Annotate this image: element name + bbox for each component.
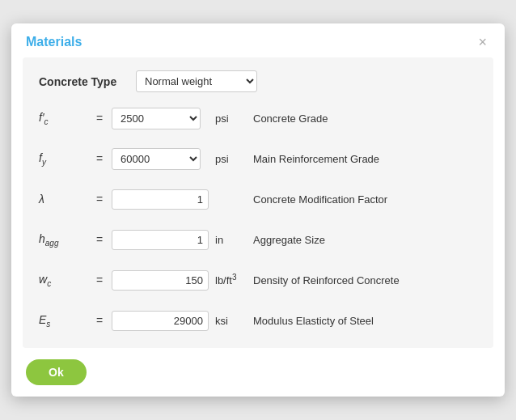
wc-unit: lb/ft3: [209, 273, 253, 286]
lambda-input[interactable]: [112, 189, 209, 210]
fy-description: Main Reinforcement Grade: [253, 153, 477, 165]
hagg-input[interactable]: [112, 230, 209, 250]
fy-label: fy: [39, 151, 87, 167]
dialog-footer: Ok: [11, 348, 505, 397]
hagg-description: Aggregate Size: [253, 234, 477, 246]
dialog-header: Materials ×: [11, 23, 505, 57]
es-label: Es: [39, 313, 87, 329]
hagg-eq: =: [87, 233, 112, 246]
hagg-row: hagg = in Aggregate Size: [39, 225, 477, 254]
hagg-input-col: [112, 230, 209, 250]
wc-label: wc: [39, 273, 87, 288]
wc-input-col: [112, 270, 209, 291]
wc-description: Density of Reinforced Concrete: [253, 274, 477, 286]
hagg-unit: in: [209, 234, 253, 246]
lambda-row: λ = Concrete Modification Factor: [39, 185, 477, 214]
wc-input[interactable]: [112, 270, 209, 291]
hagg-label: hagg: [39, 232, 87, 248]
lambda-input-col: [112, 189, 209, 210]
fc-eq: =: [87, 112, 112, 125]
es-unit: ksi: [209, 315, 253, 327]
lambda-label: λ: [39, 193, 87, 206]
lambda-description: Concrete Modification Factor: [253, 193, 477, 206]
fy-select[interactable]: 40000 60000 75000: [112, 148, 201, 170]
fy-unit: psi: [209, 153, 253, 165]
fc-input-col: 2500 3000 4000 5000 6000: [112, 108, 209, 129]
es-description: Modulus Elasticty of Steel: [253, 315, 477, 327]
fc-description: Concrete Grade: [253, 112, 477, 125]
es-row: Es = ksi Modulus Elasticty of Steel: [39, 306, 477, 335]
materials-dialog: Materials × Concrete Type Normal weight …: [11, 23, 505, 397]
wc-eq: =: [87, 274, 112, 286]
wc-row: wc = lb/ft3 Density of Reinforced Concre…: [39, 265, 477, 295]
concrete-type-row: Concrete Type Normal weight Lightweight: [39, 70, 477, 92]
fy-row: fy = 40000 60000 75000 psi Main Reinforc…: [39, 144, 477, 173]
fc-unit: psi: [209, 112, 253, 125]
es-input-col: [112, 311, 209, 331]
fc-row: f′c = 2500 3000 4000 5000 6000 psi Concr…: [39, 104, 477, 133]
fc-select[interactable]: 2500 3000 4000 5000 6000: [112, 108, 201, 129]
close-button[interactable]: ×: [475, 35, 490, 49]
ok-button[interactable]: Ok: [26, 359, 87, 385]
es-eq: =: [87, 314, 112, 327]
dialog-title: Materials: [26, 35, 82, 49]
lambda-eq: =: [87, 193, 112, 206]
concrete-type-select[interactable]: Normal weight Lightweight: [136, 70, 257, 92]
concrete-type-label: Concrete Type: [39, 75, 136, 88]
es-input[interactable]: [112, 311, 209, 331]
fc-label: f′c: [39, 111, 87, 126]
fy-input-col: 40000 60000 75000: [112, 148, 209, 170]
dialog-body: Concrete Type Normal weight Lightweight …: [23, 57, 493, 348]
fy-eq: =: [87, 152, 112, 165]
